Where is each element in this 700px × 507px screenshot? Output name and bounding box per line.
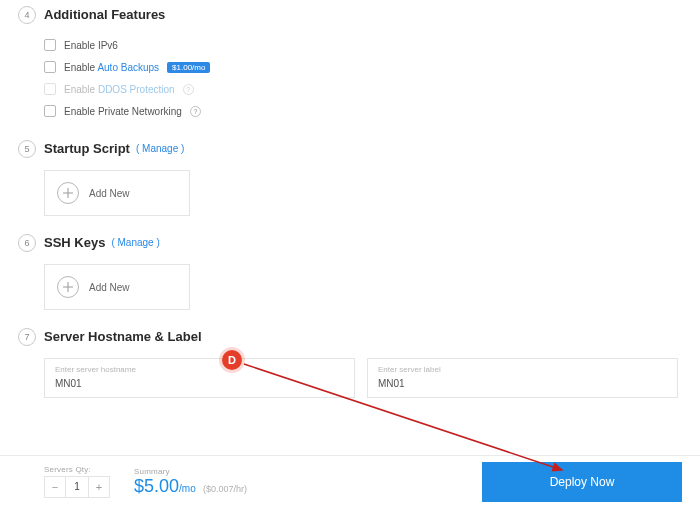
feature-private-networking: Enable Private Networking ? (44, 100, 700, 122)
price-hourly: ($0.007/hr) (203, 484, 247, 494)
manage-startup-script-link[interactable]: ( Manage ) (136, 140, 184, 158)
summary-label: Summary (134, 467, 247, 476)
add-new-label: Add New (89, 188, 130, 199)
feature-ddos-label: Enable DDOS Protection (64, 84, 175, 95)
step-7-badge: 7 (18, 328, 36, 346)
feature-auto-backups: Enable Auto Backups $1.00/mo (44, 56, 700, 78)
ddos-link: DDOS Protection (98, 84, 175, 95)
feature-ipv6-label: Enable IPv6 (64, 40, 118, 51)
footer-bar: Servers Qty: − 1 + Summary $5.00/mo ($0.… (0, 455, 700, 507)
auto-backups-link[interactable]: Auto Backups (97, 62, 159, 73)
section-startup-script: 5 Startup Script ( Manage ) Add New (0, 140, 700, 216)
price-amount: $5.00 (134, 476, 179, 496)
deploy-now-button[interactable]: Deploy Now (482, 462, 682, 502)
auto-backups-price-badge: $1.00/mo (167, 62, 210, 73)
qty-stepper: − 1 + (44, 476, 110, 498)
section-hostname-label: 7 Server Hostname & Label Enter server h… (0, 328, 700, 398)
plus-icon (57, 182, 79, 204)
annotation-badge-d: D (222, 350, 242, 370)
checkbox-auto-backups[interactable] (44, 61, 56, 73)
hostname-field: Enter server hostname (44, 358, 355, 398)
feature-ddos: Enable DDOS Protection ? (44, 78, 700, 100)
help-icon: ? (183, 84, 194, 95)
add-startup-script-button[interactable]: Add New (44, 170, 190, 216)
step-6-badge: 6 (18, 234, 36, 252)
servers-qty-block: Servers Qty: − 1 + (44, 465, 110, 498)
section-title-hostname: Server Hostname & Label (44, 328, 700, 346)
add-new-label: Add New (89, 282, 130, 293)
add-ssh-key-button[interactable]: Add New (44, 264, 190, 310)
hostname-placeholder-label: Enter server hostname (55, 365, 344, 374)
plus-icon (57, 276, 79, 298)
features-list: Enable IPv6 Enable Auto Backups $1.00/mo… (44, 34, 700, 122)
summary-block: Summary $5.00/mo ($0.007/hr) (134, 467, 247, 497)
section-title-additional-features: Additional Features (44, 6, 700, 24)
hostname-input[interactable] (55, 378, 344, 389)
step-4-badge: 4 (18, 6, 36, 24)
section-title-startup-script: Startup Script ( Manage ) (44, 140, 700, 158)
checkbox-ipv6[interactable] (44, 39, 56, 51)
price-unit: /mo (179, 483, 196, 494)
help-icon[interactable]: ? (190, 106, 201, 117)
qty-decrement-button[interactable]: − (45, 481, 65, 493)
feature-private-networking-label: Enable Private Networking (64, 106, 182, 117)
hostname-inputs-row: Enter server hostname Enter server label (44, 358, 700, 398)
checkbox-ddos (44, 83, 56, 95)
checkbox-private-networking[interactable] (44, 105, 56, 117)
manage-ssh-keys-link[interactable]: ( Manage ) (111, 234, 159, 252)
qty-increment-button[interactable]: + (89, 481, 109, 493)
feature-ipv6: Enable IPv6 (44, 34, 700, 56)
servers-qty-label: Servers Qty: (44, 465, 110, 474)
section-title-ssh-keys: SSH Keys ( Manage ) (44, 234, 700, 252)
qty-value: 1 (65, 477, 89, 497)
step-5-badge: 5 (18, 140, 36, 158)
feature-auto-backups-label: Enable Auto Backups (64, 62, 159, 73)
server-label-input[interactable] (378, 378, 667, 389)
server-label-placeholder-label: Enter server label (378, 365, 667, 374)
section-additional-features: 4 Additional Features Enable IPv6 Enable… (0, 6, 700, 122)
section-ssh-keys: 6 SSH Keys ( Manage ) Add New (0, 234, 700, 310)
server-label-field: Enter server label (367, 358, 678, 398)
